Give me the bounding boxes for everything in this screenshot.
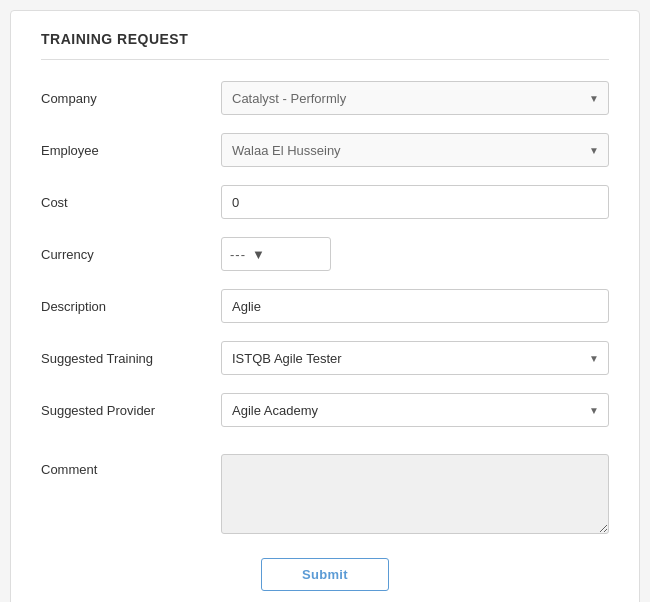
employee-select[interactable]: Walaa El Husseiny	[221, 133, 609, 167]
company-select-wrapper: Catalyst - Performly	[221, 81, 609, 115]
employee-label: Employee	[41, 143, 221, 158]
description-input[interactable]	[221, 289, 609, 323]
currency-arrow-icon[interactable]: ▼	[252, 247, 266, 262]
currency-label: Currency	[41, 247, 221, 262]
form-title: TRAINING REQUEST	[41, 31, 609, 60]
suggested-training-select-wrapper: ISTQB Agile Tester	[221, 341, 609, 375]
description-label: Description	[41, 299, 221, 314]
employee-select-wrapper: Walaa El Husseiny	[221, 133, 609, 167]
company-label: Company	[41, 91, 221, 106]
cost-field	[221, 185, 609, 219]
suggested-training-row: Suggested Training ISTQB Agile Tester	[41, 340, 609, 376]
submit-button[interactable]: Submit	[261, 558, 389, 591]
suggested-provider-field: Agile Academy	[221, 393, 609, 427]
comment-field	[221, 454, 609, 538]
cost-input[interactable]	[221, 185, 609, 219]
form-container: TRAINING REQUEST Company Catalyst - Perf…	[10, 10, 640, 602]
suggested-provider-row: Suggested Provider Agile Academy	[41, 392, 609, 428]
spacer	[41, 444, 609, 454]
description-row: Description	[41, 288, 609, 324]
currency-inline-wrapper: --- ▼	[221, 237, 331, 271]
suggested-training-select[interactable]: ISTQB Agile Tester	[221, 341, 609, 375]
company-select[interactable]: Catalyst - Performly	[221, 81, 609, 115]
cost-row: Cost	[41, 184, 609, 220]
currency-field: --- ▼	[221, 237, 609, 271]
suggested-provider-select-wrapper: Agile Academy	[221, 393, 609, 427]
submit-row: Submit	[41, 558, 609, 591]
currency-row: Currency --- ▼	[41, 236, 609, 272]
company-field: Catalyst - Performly	[221, 81, 609, 115]
comment-label: Comment	[41, 454, 221, 477]
currency-value-text: ---	[230, 247, 246, 262]
comment-textarea[interactable]	[221, 454, 609, 534]
employee-row: Employee Walaa El Husseiny	[41, 132, 609, 168]
employee-field: Walaa El Husseiny	[221, 133, 609, 167]
suggested-training-field: ISTQB Agile Tester	[221, 341, 609, 375]
company-row: Company Catalyst - Performly	[41, 80, 609, 116]
suggested-training-label: Suggested Training	[41, 351, 221, 366]
suggested-provider-select[interactable]: Agile Academy	[221, 393, 609, 427]
cost-label: Cost	[41, 195, 221, 210]
description-field	[221, 289, 609, 323]
comment-row: Comment	[41, 454, 609, 538]
suggested-provider-label: Suggested Provider	[41, 403, 221, 418]
